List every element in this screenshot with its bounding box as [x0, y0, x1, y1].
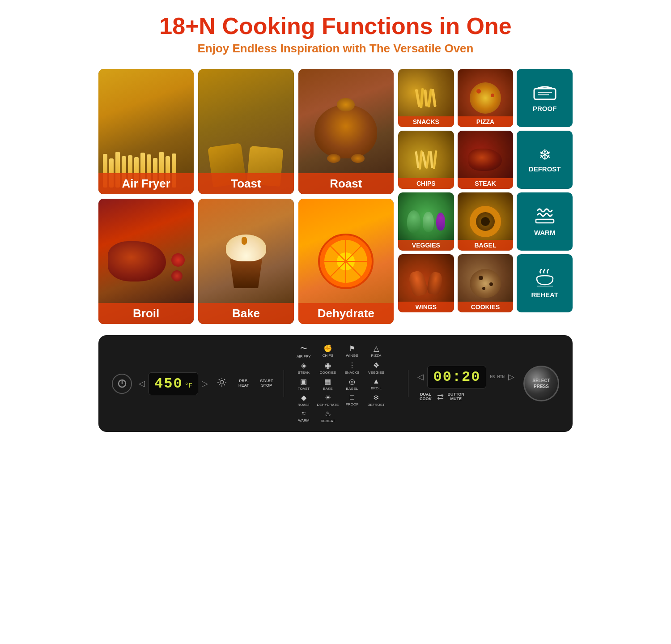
func-snacks[interactable]: ⋮ SNACKS	[341, 361, 363, 375]
warm-icon	[535, 207, 555, 226]
time-controls: ◁ 00:20 HR MIN ▷ DUALCOOK ⇄ BUTTONMUTE	[417, 366, 514, 402]
steak-label: STEAK	[458, 178, 514, 189]
bagel-icon: ◎	[349, 377, 355, 386]
left-cards: Air Fryer Toast Roast	[98, 69, 394, 324]
power-button[interactable]	[112, 374, 132, 394]
func-roast[interactable]: ◆ ROAST	[293, 393, 314, 407]
card-reheat[interactable]: REHEAT	[517, 254, 573, 312]
card-pizza[interactable]: PIZZA	[458, 69, 514, 127]
control-panel: ◁ 450 °F ▷ PRE-HEAT STARTSTOP 〜	[98, 335, 573, 432]
func-pizza[interactable]: △ PIZZA	[365, 344, 387, 358]
separator-2	[408, 370, 408, 397]
card-warm[interactable]: WARM	[517, 192, 573, 251]
card-steak[interactable]: STEAK	[458, 131, 514, 189]
temperature-unit: °F	[185, 382, 192, 389]
func-toast[interactable]: ▣ TOAST	[293, 377, 314, 391]
temperature-section: ◁ 450 °F ▷	[139, 372, 208, 395]
toast-label: Toast	[198, 173, 293, 194]
function-icons: 〜 AIR FRY ✊ CHIPS ⚑ WINGS △ PIZZA ◈ STEA…	[293, 344, 399, 423]
func-steak[interactable]: ◈ STEAK	[293, 361, 314, 375]
proof-icon	[533, 84, 556, 102]
func-reheat[interactable]: ♨ REHEAT	[317, 409, 339, 423]
func-chips[interactable]: ✊ CHIPS	[317, 344, 339, 358]
func-bake[interactable]: ▦ BAKE	[317, 377, 339, 391]
bagel-label: BAGEL	[346, 387, 358, 391]
warm-func-icon: ≈	[302, 409, 306, 418]
temp-increase-button[interactable]: ▷	[202, 379, 208, 388]
air-fry-label: AIR FRY	[297, 354, 310, 358]
air-fry-icon: 〜	[300, 344, 307, 354]
svg-line-20	[224, 384, 225, 385]
proof-icon-svg	[533, 84, 556, 100]
warm-func-label: WARM	[298, 418, 309, 422]
defrost-func-label: DEFROST	[368, 403, 385, 407]
dual-cook-button[interactable]: DUALCOOK	[417, 392, 433, 401]
card-broil[interactable]: Broil	[98, 199, 194, 324]
card-veggies[interactable]: VEGGIES	[398, 192, 454, 251]
card-roast[interactable]: Roast	[298, 69, 394, 194]
veggies-label: VEGGIES	[368, 371, 384, 375]
temp-decrease-button[interactable]: ◁	[139, 379, 145, 388]
func-wings[interactable]: ⚑ WINGS	[341, 344, 363, 358]
proof-func-label: PROOF	[346, 402, 358, 406]
toast-icon: ▣	[300, 377, 307, 386]
time-increase-button[interactable]: ▷	[508, 372, 514, 382]
broil-label: BROIL	[371, 386, 382, 390]
swap-icon: ⇄	[437, 392, 444, 402]
select-press-label: SELECTPRESS	[532, 378, 550, 389]
svg-rect-10	[536, 219, 554, 223]
func-broil[interactable]: ▲ BROIL	[365, 377, 387, 391]
temperature-display: 450 °F	[149, 372, 198, 395]
time-display: 00:20	[427, 366, 486, 388]
defrost-func-icon: ❄	[373, 393, 379, 402]
time-value: 00:20	[433, 369, 480, 385]
card-snacks[interactable]: SNACKS	[398, 69, 454, 127]
pizza-icon: △	[374, 344, 379, 353]
cooking-grid: Air Fryer Toast Roast	[89, 64, 582, 328]
card-bagel[interactable]: BAGEL	[458, 192, 514, 251]
dehydrate-label: DEHYDRATE	[317, 403, 339, 407]
func-bagel[interactable]: ◎ BAGEL	[341, 377, 363, 391]
func-air-fry[interactable]: 〜 AIR FRY	[293, 344, 314, 358]
func-warm[interactable]: ≈ WARM	[293, 409, 314, 423]
card-air-fryer[interactable]: Air Fryer	[98, 69, 194, 194]
cookies-func-label: COOKIES	[320, 371, 336, 375]
card-defrost[interactable]: ❄ DEFROST	[517, 131, 573, 189]
func-defrost[interactable]: ❄ DEFROST	[365, 393, 387, 407]
orange-slice-svg	[317, 232, 375, 290]
light-button[interactable]	[217, 377, 227, 390]
reheat-func-label: REHEAT	[321, 419, 335, 423]
card-dehydrate[interactable]: Dehydrate	[298, 199, 394, 324]
card-cookies[interactable]: COOKIES	[458, 254, 514, 312]
card-bake[interactable]: Bake	[198, 199, 293, 324]
roast-label: ROAST	[297, 403, 310, 407]
reheat-label: REHEAT	[531, 291, 558, 299]
start-stop-button[interactable]: STARTSTOP	[259, 379, 275, 388]
steak-icon: ◈	[301, 361, 306, 370]
chips-func-label: CHIPS	[323, 354, 333, 358]
preheat-button[interactable]: PRE-HEAT	[236, 379, 252, 388]
steak-label: STEAK	[298, 371, 310, 375]
defrost-label: DEFROST	[529, 165, 561, 173]
func-veggies[interactable]: ❖ VEGGIES	[365, 361, 387, 375]
chips-func-icon: ✊	[323, 344, 332, 353]
time-decrease-button[interactable]: ◁	[417, 372, 424, 382]
broil-icon: ▲	[373, 377, 380, 385]
main-subtitle: Enjoy Endless Inspiration with The Versa…	[98, 42, 573, 55]
pizza-label: PIZZA	[371, 354, 382, 358]
func-dehydrate[interactable]: ☀ DEHYDRATE	[317, 393, 339, 407]
card-proof[interactable]: PROOF	[517, 69, 573, 127]
button-mute-button[interactable]: BUTTONMUTE	[447, 392, 464, 401]
select-press-knob[interactable]: SELECTPRESS	[523, 366, 559, 401]
func-cookies[interactable]: ◉ COOKIES	[317, 361, 339, 375]
roast-icon: ◆	[301, 393, 306, 402]
func-proof[interactable]: □ PROOF	[341, 393, 363, 407]
card-wings[interactable]: WINGS	[398, 254, 454, 312]
card-toast[interactable]: Toast	[198, 69, 293, 194]
wings-label: WINGS	[346, 354, 358, 358]
card-chips[interactable]: CHIPS	[398, 131, 454, 189]
snacks-label: SNACKS	[398, 116, 454, 127]
toast-label: TOAST	[298, 387, 310, 391]
reheat-icon-svg	[535, 269, 555, 286]
veggies-label: VEGGIES	[398, 240, 454, 251]
